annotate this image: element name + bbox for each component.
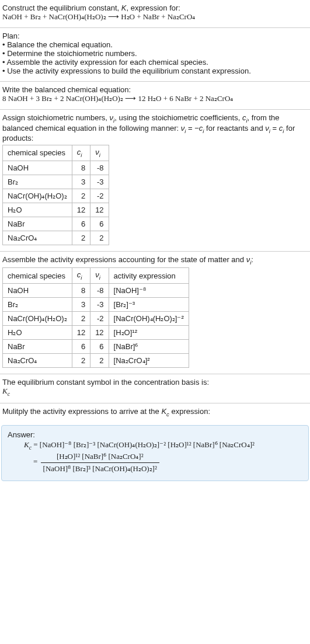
answer-heading: Answer: — [8, 430, 302, 439]
kc-symbol-section: The equilibrium constant symbol in the c… — [0, 374, 310, 403]
table-header-row: chemical species ci νi — [3, 145, 109, 161]
table-row: NaBr66[NaBr]⁶ — [3, 339, 189, 353]
stoich-text: Assign stoichiometric numbers, νi, using… — [2, 113, 308, 142]
col-ci: ci — [72, 145, 90, 161]
table-header-row: chemical species ci νi activity expressi… — [3, 268, 189, 284]
multiply-text: Mulitply the activity expressions to arr… — [2, 407, 308, 417]
plan-item: • Balance the chemical equation. — [2, 40, 308, 49]
table-row: Br₂3-3[Br₂]⁻³ — [3, 297, 189, 311]
answer-line2: = [H₂O]¹² [NaBr]⁶ [Na₂CrO₄]² [NaOH]⁸ [Br… — [8, 452, 302, 474]
table-row: NaCr(OH)₄(H₂O)₂2-2 — [3, 189, 109, 203]
plan-heading: Plan: — [2, 32, 308, 40]
table-row: H₂O1212 — [3, 203, 109, 217]
table-row: Na₂CrO₄22[Na₂CrO₄]² — [3, 353, 189, 367]
col-vi: νi — [90, 145, 109, 161]
stoich-section: Assign stoichiometric numbers, νi, using… — [0, 110, 310, 251]
answer-fraction: [H₂O]¹² [NaBr]⁶ [Na₂CrO₄]² [NaOH]⁸ [Br₂]… — [41, 452, 159, 474]
balanced-heading: Write the balanced chemical equation: — [2, 85, 308, 94]
plan-item: • Determine the stoichiometric numbers. — [2, 49, 308, 58]
table-row: NaOH8-8 — [3, 161, 109, 175]
col-species: chemical species — [3, 268, 72, 284]
table-row: NaBr66 — [3, 217, 109, 231]
balanced-equation: 8 NaOH + 3 Br₂ + 2 NaCr(OH)₄(H₂O)₂ ⟶ 12 … — [2, 94, 308, 103]
plan-item: • Use the activity expressions to build … — [2, 67, 308, 75]
stoich-table: chemical species ci νi NaOH8-8 Br₂3-3 Na… — [2, 145, 109, 245]
balanced-section: Write the balanced chemical equation: 8 … — [0, 82, 310, 109]
table-row: H₂O1212[H₂O]¹² — [3, 325, 189, 339]
activity-text: Assemble the activity expressions accoun… — [2, 255, 308, 266]
activity-table: chemical species ci νi activity expressi… — [2, 267, 189, 368]
col-ci: ci — [72, 268, 90, 284]
col-vi: νi — [90, 268, 109, 284]
answer-box: Answer: Kc = [NaOH]⁻⁸ [Br₂]⁻³ [NaCr(OH)₄… — [1, 425, 309, 481]
plan-item: • Assemble the activity expression for e… — [2, 58, 308, 67]
intro-equation: NaOH + Br₂ + NaCr(OH)₄(H₂O)₂ ⟶ H₂O + NaB… — [2, 12, 308, 22]
table-row: Na₂CrO₄22 — [3, 231, 109, 245]
answer-line1: Kc = [NaOH]⁻⁸ [Br₂]⁻³ [NaCr(OH)₄(H₂O)₂]⁻… — [8, 440, 302, 451]
kc-symbol-text: The equilibrium constant symbol in the c… — [2, 378, 308, 387]
table-row: NaCr(OH)₄(H₂O)₂2-2[NaCr(OH)₄(H₂O)₂]⁻² — [3, 311, 189, 325]
col-activity: activity expression — [109, 268, 189, 284]
plan-section: Plan: • Balance the chemical equation. •… — [0, 28, 310, 81]
fraction-denominator: [NaOH]⁸ [Br₂]³ [NaCr(OH)₄(H₂O)₂]² — [41, 463, 159, 474]
kc-symbol: Kc — [2, 387, 308, 397]
activity-section: Assemble the activity expressions accoun… — [0, 252, 310, 374]
table-row: Br₂3-3 — [3, 175, 109, 189]
table-row: NaOH8-8[NaOH]⁻⁸ — [3, 283, 189, 297]
fraction-numerator: [H₂O]¹² [NaBr]⁶ [Na₂CrO₄]² — [41, 452, 159, 463]
col-species: chemical species — [3, 145, 72, 161]
intro-line1: Construct the equilibrium constant, K, e… — [2, 4, 308, 12]
intro-section: Construct the equilibrium constant, K, e… — [0, 0, 310, 27]
multiply-section: Mulitply the activity expressions to arr… — [0, 403, 310, 423]
